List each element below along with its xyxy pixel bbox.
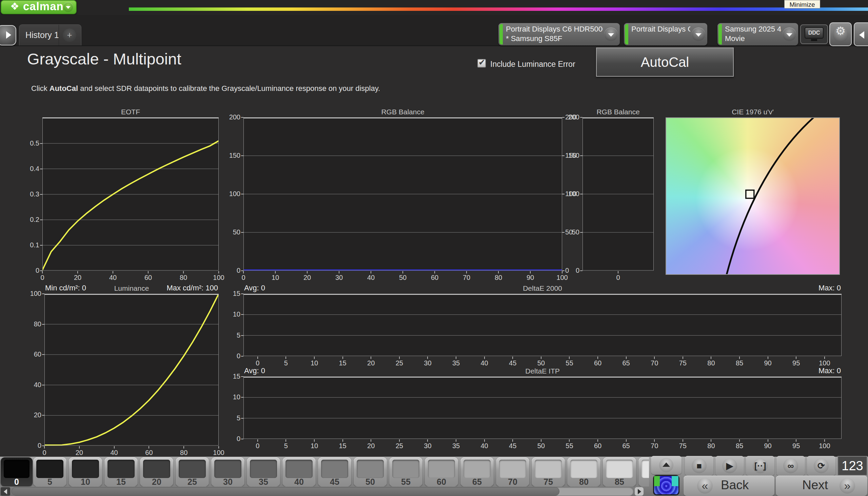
- eotf-ytickmark: [40, 245, 43, 246]
- deltae2000-left-stat: Avg: 0: [244, 284, 265, 292]
- deltae-itp-xtick-40: 40: [471, 442, 498, 450]
- meter-select-line1: Portrait Displays C6 HDR5000: [506, 25, 603, 34]
- grayscale-patch-50[interactable]: 50: [354, 457, 387, 486]
- deltae-itp-xtick-100: 100: [811, 442, 838, 450]
- workflow-select-caret[interactable]: [783, 28, 796, 41]
- grayscale-patch-40[interactable]: 40: [283, 457, 316, 486]
- measure-continuous-button[interactable]: ∞: [776, 456, 805, 476]
- chevron-left-icon: [4, 489, 7, 494]
- chevron-down-icon: [66, 6, 70, 9]
- patch-scroll-right-button[interactable]: [635, 487, 644, 496]
- autocal-button[interactable]: AutoCal: [596, 47, 734, 77]
- patch-swatch: [535, 460, 562, 478]
- deltae2000-xtickmark: [682, 357, 683, 359]
- deltae2000-title: DeltaE 2000: [243, 284, 841, 292]
- grayscale-patch-30[interactable]: 30: [211, 457, 244, 486]
- patch-row: 051015202530354045505560657075808590: [0, 456, 649, 486]
- deltae-itp-xtickmark: [711, 439, 711, 442]
- calman-menu-button[interactable]: ❖ calman: [1, 0, 77, 14]
- grayscale-patch-65[interactable]: 65: [461, 457, 494, 486]
- deltae2000-xtickmark: [484, 357, 485, 359]
- pattern-source-caret[interactable]: [692, 28, 705, 41]
- rgb-balance-main-xtick-0: 0: [230, 274, 257, 282]
- settings-button[interactable]: ⚙: [829, 22, 852, 46]
- deltae-itp-ytickmark: [241, 376, 243, 377]
- stop-glyph: ■: [692, 458, 707, 473]
- patch-scroll-left-button[interactable]: [1, 487, 10, 496]
- chevron-down-icon: [786, 33, 792, 37]
- grayscale-patch-70[interactable]: 70: [496, 457, 529, 486]
- grayscale-patch-90[interactable]: 90: [639, 457, 649, 486]
- collapse-panel-button[interactable]: [854, 22, 868, 46]
- grayscale-patch-15[interactable]: 15: [105, 457, 138, 486]
- grayscale-patch-35[interactable]: 35: [247, 457, 280, 486]
- patch-scrollbar-thumb[interactable]: [12, 487, 560, 496]
- eotf-ytick-0.3: 0.3: [25, 190, 39, 198]
- grayscale-patch-25[interactable]: 25: [176, 457, 209, 486]
- deltae2000-ytick-10: 10: [224, 310, 240, 318]
- deltae2000-xtick-15: 15: [329, 359, 356, 367]
- workflow-select[interactable]: Samsung 2025 4K Movie: [718, 23, 798, 45]
- grayscale-patch-45[interactable]: 45: [318, 457, 351, 486]
- grayscale-patch-55[interactable]: 55: [389, 457, 422, 486]
- refresh-icon: ⟳: [814, 458, 829, 473]
- ddc-button[interactable]: DDC: [800, 25, 828, 44]
- rgb-balance-main-ytick-100: 100: [224, 190, 240, 198]
- deltae2000-ytickmark: [241, 335, 243, 336]
- grayscale-patch-5[interactable]: 5: [33, 457, 66, 486]
- play-button[interactable]: ▶: [716, 456, 744, 476]
- rgb-balance-main-xtickmark: [307, 271, 307, 274]
- grayscale-patch-10[interactable]: 10: [69, 457, 102, 486]
- next-button[interactable]: Next »: [776, 476, 867, 496]
- pattern-panel-up-button[interactable]: [651, 456, 681, 474]
- rgb-balance-main-xtick-40: 40: [357, 274, 385, 282]
- patch-scrollbar[interactable]: [12, 487, 633, 496]
- rgb-balance-main-title: RGB Balance: [243, 108, 562, 116]
- rgb-balance-main-xtickmark: [339, 271, 339, 274]
- deltae2000-ytick-0: 0: [224, 352, 240, 360]
- deltae-itp-plot-area: [243, 376, 841, 439]
- patch-swatch: [286, 460, 312, 478]
- patch-swatch: [179, 460, 206, 478]
- deltae2000-xtick-50: 50: [528, 359, 555, 367]
- rgb-balance-current-ytickmark: [580, 232, 582, 233]
- rgb-balance-current-title: RGB Balance: [582, 108, 654, 116]
- back-button[interactable]: « Back: [684, 476, 774, 496]
- deltae2000-xtick-65: 65: [613, 359, 640, 367]
- next-chevrons-icon: »: [839, 478, 855, 494]
- meter-select[interactable]: Portrait Displays C6 HDR5000 * Samsung S…: [498, 23, 620, 45]
- meter-select-caret[interactable]: [604, 28, 618, 41]
- deltae-itp-xtick-80: 80: [697, 442, 725, 450]
- rgb-balance-main-xtickmark: [434, 271, 435, 274]
- calman-menu-caret[interactable]: [63, 2, 73, 12]
- stop-button[interactable]: ■: [685, 456, 713, 476]
- grayscale-patch-85[interactable]: 85: [603, 457, 636, 486]
- pattern-window-button[interactable]: [653, 475, 679, 495]
- tab-history-1[interactable]: History 1 +: [19, 25, 81, 45]
- measure-once-button[interactable]: [··]: [746, 456, 774, 476]
- patch-swatch: [606, 460, 633, 478]
- pattern-source-select[interactable]: Portrait Displays G1: [624, 23, 707, 45]
- grayscale-patch-80[interactable]: 80: [567, 457, 600, 486]
- eotf-plot-area: [43, 118, 219, 271]
- rgb-balance-main-xtick-60: 60: [421, 274, 448, 282]
- include-luminance-error-checkbox[interactable]: ✔: [477, 59, 486, 67]
- eotf-ytick-0.4: 0.4: [25, 165, 39, 173]
- patch-label: 45: [318, 477, 351, 486]
- deltae2000-ytick-15: 15: [224, 290, 240, 297]
- deltae-itp-ytickmark: [241, 397, 243, 398]
- grayscale-patch-75[interactable]: 75: [532, 457, 565, 486]
- deltae-itp-xtickmark: [314, 439, 315, 442]
- deltae-itp-xtickmark: [654, 439, 655, 442]
- grayscale-patch-60[interactable]: 60: [425, 457, 458, 486]
- deltae2000-xtick-0: 0: [244, 359, 271, 367]
- grayscale-patch-0[interactable]: 0: [1, 457, 33, 486]
- luminance-ytickmark: [42, 354, 44, 355]
- patch-swatch: [392, 460, 419, 478]
- session-play-button[interactable]: [0, 25, 16, 45]
- add-tab-button[interactable]: +: [63, 29, 76, 42]
- rgb-balance-main-ytick-50: 50: [224, 228, 240, 236]
- refresh-button[interactable]: ⟳: [807, 456, 835, 476]
- grayscale-patch-20[interactable]: 20: [140, 457, 173, 486]
- deltae2000-xtickmark: [796, 357, 797, 359]
